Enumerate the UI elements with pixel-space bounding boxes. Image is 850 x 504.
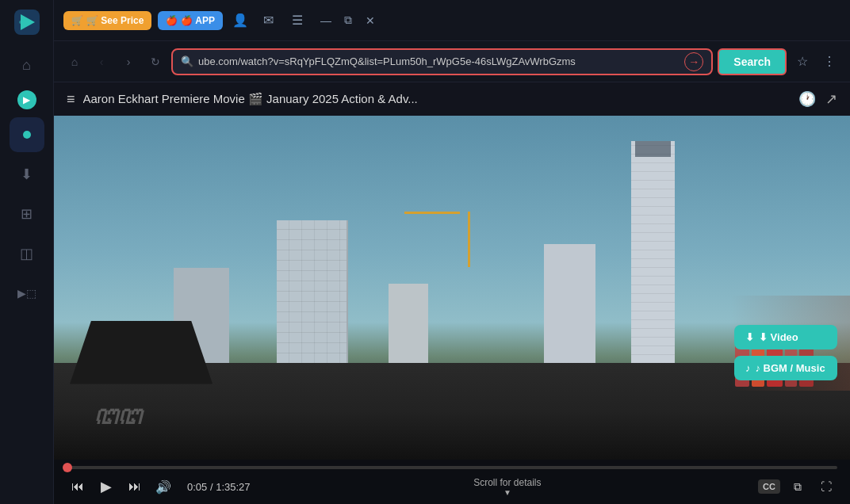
time-display: 0:05 / 1:35:27 — [187, 481, 251, 493]
tent — [70, 321, 212, 384]
bgm-download-button[interactable]: ♪ ♪ BGM / Music — [734, 356, 837, 380]
share-icon[interactable]: ↗ — [825, 90, 837, 108]
see-price-button[interactable]: 🛒 🛒 See Price — [63, 11, 151, 30]
mail-icon: ✉ — [263, 13, 274, 28]
sidebar-item-active[interactable] — [10, 117, 44, 152]
apple-icon: 🍎 — [166, 15, 178, 26]
minimize-button[interactable]: — — [318, 13, 334, 29]
time-current: 0:05 — [187, 481, 207, 493]
restore-button[interactable]: ⧉ — [340, 13, 356, 29]
address-input[interactable] — [198, 55, 680, 67]
sidebar-item-tools[interactable]: ⊞ — [10, 197, 44, 231]
sidebar: ⌂ ▶ ⬇ ⊞ ◫ ▶⬚ — [0, 0, 54, 504]
back-button[interactable]: ‹ — [90, 51, 113, 73]
scroll-text: Scroll for details — [473, 477, 541, 488]
graffiti: ꦔꦔ — [94, 403, 141, 432]
fullscreen-icon: ⛶ — [821, 480, 832, 493]
user-icon: 👤 — [232, 13, 248, 28]
history-icon[interactable]: 🕐 — [798, 90, 816, 108]
app-label: 🍎 APP — [181, 15, 215, 26]
video-dl-icon: ⬇ — [745, 331, 754, 343]
refresh-button[interactable]: ↻ — [144, 51, 167, 73]
bookmark-icon-btn[interactable]: ☆ — [791, 51, 814, 73]
minimize-icon: — — [320, 14, 331, 27]
mail-icon-btn[interactable]: ✉ — [258, 10, 280, 32]
skip-prev-icon: ⏮ — [71, 479, 84, 494]
skip-next-button[interactable]: ⏭ — [124, 475, 146, 498]
time-total: 1:35:27 — [216, 481, 250, 493]
video-frame[interactable]: ꦔꦔ ⬇ ⬇ Video ♪ — [54, 116, 850, 460]
crane-pole — [468, 212, 470, 267]
home-nav-icon: ⌂ — [71, 55, 78, 68]
video-controls: ⏮ ▶ ⏭ 🔊 0:05 / 1:35:27 Scroll for d — [54, 460, 850, 504]
app-button[interactable]: 🍎 🍎 APP — [158, 11, 223, 30]
video-scene: ꦔꦔ — [54, 116, 850, 460]
video-container: ≡ Aaron Eckhart Premiere Movie 🎬 January… — [54, 82, 850, 504]
address-bar-row: ⌂ ‹ › ↻ 🔍 → Search ☆ ⋮ — [54, 41, 850, 82]
building-mid — [389, 284, 428, 363]
progress-dot — [63, 463, 72, 472]
see-price-label: 🛒 See Price — [86, 15, 144, 26]
chevron-right-icon: ▶ — [23, 94, 30, 105]
arrow-indicator: → — [684, 52, 703, 71]
skip-prev-button[interactable]: ⏮ — [67, 475, 89, 498]
user-icon-btn[interactable]: 👤 — [229, 10, 251, 32]
forward-icon: › — [127, 55, 131, 68]
forward-button[interactable]: › — [117, 51, 140, 73]
download-buttons: ⬇ ⬇ Video ♪ ♪ BGM / Music — [734, 325, 837, 380]
star-icon: ☆ — [797, 54, 808, 69]
svg-rect-2 — [19, 21, 25, 24]
skip-next-icon: ⏭ — [128, 479, 141, 494]
circle-icon — [23, 131, 31, 139]
menu-icon-btn[interactable]: ☰ — [286, 10, 308, 32]
media-icon: ▶⬚ — [17, 287, 36, 300]
download-icon: ⬇ — [21, 166, 33, 183]
pip-icon: ⧉ — [794, 480, 802, 494]
back-icon: ‹ — [100, 55, 104, 68]
window-controls: — ⧉ ✕ — [318, 13, 378, 29]
close-icon: ✕ — [366, 14, 375, 27]
progress-bar[interactable] — [67, 466, 837, 469]
video-dl-label: ⬇ Video — [759, 331, 798, 343]
sidebar-item-cast[interactable]: ◫ — [10, 236, 44, 271]
video-title: Aaron Eckhart Premiere Movie 🎬 January 2… — [83, 92, 791, 106]
controls-row: ⏮ ▶ ⏭ 🔊 0:05 / 1:35:27 Scroll for d — [67, 475, 837, 498]
app-logo[interactable] — [13, 8, 41, 36]
close-button[interactable]: ✕ — [362, 13, 378, 29]
search-button[interactable]: Search — [718, 48, 787, 75]
arrow-right-icon: → — [688, 55, 699, 68]
sidebar-item-media[interactable]: ▶⬚ — [10, 276, 44, 311]
video-download-button[interactable]: ⬇ ⬇ Video — [734, 325, 837, 349]
building-center — [277, 220, 348, 363]
more-options-btn[interactable]: ⋮ — [818, 51, 840, 73]
restore-icon: ⧉ — [344, 13, 352, 27]
cart-icon: 🛒 — [71, 15, 83, 26]
refresh-icon: ↻ — [151, 55, 160, 68]
home-nav-button[interactable]: ⌂ — [63, 51, 86, 73]
play-button[interactable]: ▶ — [95, 475, 117, 498]
home-icon: ⌂ — [22, 57, 31, 74]
pip-button[interactable]: ⧉ — [787, 475, 809, 498]
sidebar-item-download[interactable]: ⬇ — [10, 157, 44, 192]
music-icon: ♪ — [745, 362, 751, 374]
cc-area: CC — [758, 479, 780, 494]
address-bar[interactable]: 🔍 → — [171, 48, 713, 75]
title-actions: 🕐 ↗ — [798, 90, 837, 108]
scroll-for-details[interactable]: Scroll for details ▼ — [263, 477, 752, 497]
play-icon: ▶ — [101, 478, 112, 495]
search-small-icon: 🔍 — [181, 55, 193, 67]
crane-arm — [404, 212, 460, 214]
volume-button[interactable]: 🔊 — [152, 475, 174, 498]
grid-icon: ⊞ — [21, 205, 33, 223]
sidebar-expand-btn[interactable]: ▶ — [17, 90, 36, 109]
volume-icon: 🔊 — [155, 479, 171, 494]
fullscreen-button[interactable]: ⛶ — [815, 475, 837, 498]
playlist-icon[interactable]: ≡ — [67, 91, 75, 108]
hamburger-icon: ☰ — [292, 13, 303, 28]
sidebar-item-home[interactable]: ⌂ — [10, 48, 44, 82]
building-right-mid — [544, 244, 595, 363]
cast-icon: ◫ — [20, 245, 33, 262]
topbar: 🛒 🛒 See Price 🍎 🍎 APP 👤 ✉ ☰ — ⧉ ✕ — [54, 0, 850, 41]
cc-button[interactable]: CC — [758, 479, 780, 494]
bgm-dl-label: ♪ BGM / Music — [756, 362, 825, 374]
